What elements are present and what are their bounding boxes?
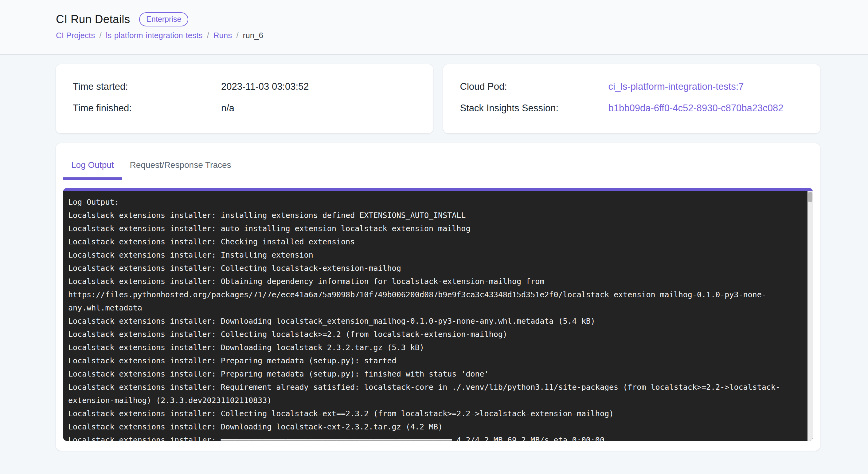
log-line: Log Output: xyxy=(68,196,800,209)
log-output-terminal: Log Output:Localstack extensions install… xyxy=(63,188,813,441)
cloud-pod-row: Cloud Pod: ci_ls-platform-integration-te… xyxy=(460,82,808,92)
summary-cards-row: Time started: 2023-11-03 03:03:52 Time f… xyxy=(56,64,820,134)
log-line: Localstack extensions installer: Prepari… xyxy=(68,367,800,381)
tab-request-response-traces[interactable]: Request/Response Traces xyxy=(122,154,239,180)
time-started-label: Time started: xyxy=(73,82,221,92)
log-line: Localstack extensions installer: Prepari… xyxy=(68,354,800,367)
stack-insights-session-row: Stack Insights Session: b1bb09da-6ff0-4c… xyxy=(460,103,808,113)
page-header: CI Run Details Enterprise CI Projects / … xyxy=(0,0,868,55)
log-line: Localstack extensions installer: Collect… xyxy=(68,407,800,420)
stack-insights-session-label: Stack Insights Session: xyxy=(460,103,609,113)
log-line: any.whl.metadata xyxy=(68,301,800,315)
log-line: Localstack extensions installer: Collect… xyxy=(68,262,800,275)
log-line: Localstack extensions installer: auto in… xyxy=(68,222,800,235)
log-line: https://files.pythonhosted.org/packages/… xyxy=(68,288,800,301)
breadcrumb-link-project[interactable]: ls-platform-integration-tests xyxy=(106,31,203,40)
log-tabs: Log Output Request/Response Traces xyxy=(63,154,813,180)
breadcrumb-separator: / xyxy=(207,31,209,40)
log-line: Localstack extensions installer: Downloa… xyxy=(68,341,800,354)
time-started-value: 2023-11-03 03:03:52 xyxy=(221,82,309,92)
stack-insights-session-link[interactable]: b1bb09da-6ff0-4c52-8930-c870ba23c082 xyxy=(609,103,783,113)
log-output-pane: Log Output:Localstack extensions install… xyxy=(63,191,813,441)
run-times-card: Time started: 2023-11-03 03:03:52 Time f… xyxy=(56,64,433,134)
run-links-card: Cloud Pod: ci_ls-platform-integration-te… xyxy=(443,64,820,134)
page-title: CI Run Details xyxy=(56,13,130,26)
log-line: extension-mailhog) (2.3.3.dev20231102110… xyxy=(68,394,800,407)
cloud-pod-link[interactable]: ci_ls-platform-integration-tests:7 xyxy=(609,82,744,92)
scrollbar-track[interactable] xyxy=(807,191,813,441)
breadcrumb-link-ci-projects[interactable]: CI Projects xyxy=(56,31,95,40)
log-line: Localstack extensions installer: Install… xyxy=(68,248,800,262)
log-card: Log Output Request/Response Traces Log O… xyxy=(56,143,820,451)
time-finished-value: n/a xyxy=(221,103,235,113)
log-line: Localstack extensions installer: Collect… xyxy=(68,328,800,341)
breadcrumb-separator: / xyxy=(99,31,101,40)
time-finished-row: Time finished: n/a xyxy=(73,103,421,113)
breadcrumb-separator: / xyxy=(236,31,238,40)
log-line: Localstack extensions installer: Checkin… xyxy=(68,235,800,248)
cloud-pod-label: Cloud Pod: xyxy=(460,82,609,92)
enterprise-badge: Enterprise xyxy=(139,12,188,26)
tab-log-output[interactable]: Log Output xyxy=(63,154,122,180)
log-line: Localstack extensions installer: install… xyxy=(68,209,800,222)
scrollbar-thumb[interactable] xyxy=(808,192,812,202)
time-started-row: Time started: 2023-11-03 03:03:52 xyxy=(73,82,421,92)
log-line: Localstack extensions installer: Downloa… xyxy=(68,315,800,328)
time-finished-label: Time finished: xyxy=(73,103,221,113)
log-line: Localstack extensions installer: ━━━━━━━… xyxy=(68,434,800,441)
breadcrumb: CI Projects / ls-platform-integration-te… xyxy=(56,31,820,40)
log-line: Localstack extensions installer: Require… xyxy=(68,381,800,394)
log-line: Localstack extensions installer: Downloa… xyxy=(68,420,800,434)
breadcrumb-current-run: run_6 xyxy=(243,31,264,40)
breadcrumb-link-runs[interactable]: Runs xyxy=(214,31,232,40)
log-line: Localstack extensions installer: Obtaini… xyxy=(68,275,800,288)
